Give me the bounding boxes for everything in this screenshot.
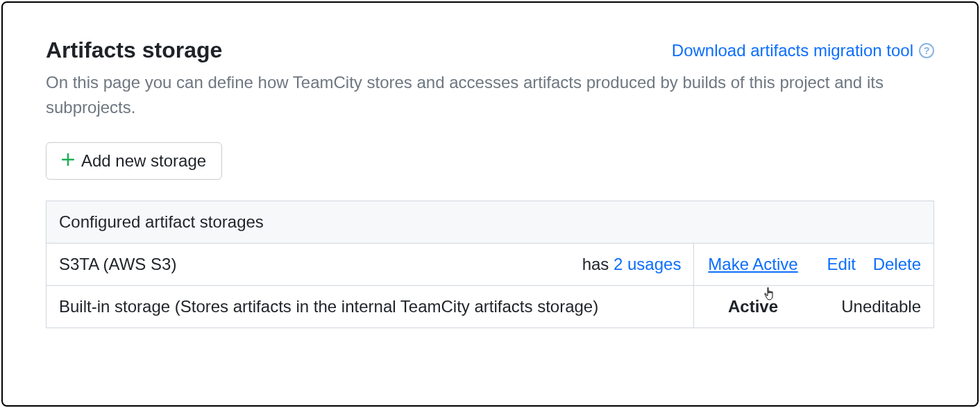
header-row: Artifacts storage Download artifacts mig… <box>46 37 934 63</box>
actions-cell: Edit Delete <box>812 244 934 286</box>
page-frame: Artifacts storage Download artifacts mig… <box>1 1 979 407</box>
page-title: Artifacts storage <box>46 37 222 63</box>
table-row: S3TA (AWS S3) has 2 usages Make Active E… <box>47 244 934 286</box>
status-cell: Active <box>694 286 812 328</box>
download-migration-tool-link[interactable]: Download artifacts migration tool <box>672 41 913 60</box>
help-icon[interactable]: ? <box>919 43 934 58</box>
storage-name: Built-in storage (Stores artifacts in th… <box>47 286 694 328</box>
storage-table: Configured artifact storages S3TA (AWS S… <box>46 201 934 328</box>
table-header: Configured artifact storages <box>47 201 934 244</box>
add-new-storage-button[interactable]: Add new storage <box>46 142 222 180</box>
edit-link[interactable]: Edit <box>827 255 856 273</box>
status-cell: Make Active <box>694 244 812 286</box>
plus-icon <box>62 153 74 169</box>
make-active-link[interactable]: Make Active <box>708 255 797 273</box>
uneditable-label: Uneditable <box>841 297 921 316</box>
page-description: On this page you can define how TeamCity… <box>46 70 920 120</box>
usages-prefix: has <box>582 255 614 273</box>
usages-cell: has 2 usages <box>567 244 694 286</box>
table-row: Built-in storage (Stores artifacts in th… <box>47 286 934 328</box>
usages-link[interactable]: 2 usages <box>614 255 681 273</box>
active-label: Active <box>728 297 778 316</box>
download-link-wrap: Download artifacts migration tool ? <box>672 41 934 60</box>
delete-link[interactable]: Delete <box>873 255 921 273</box>
storage-name: S3TA (AWS S3) <box>47 244 567 286</box>
actions-cell: Uneditable <box>812 286 934 328</box>
add-new-storage-label: Add new storage <box>81 151 206 171</box>
